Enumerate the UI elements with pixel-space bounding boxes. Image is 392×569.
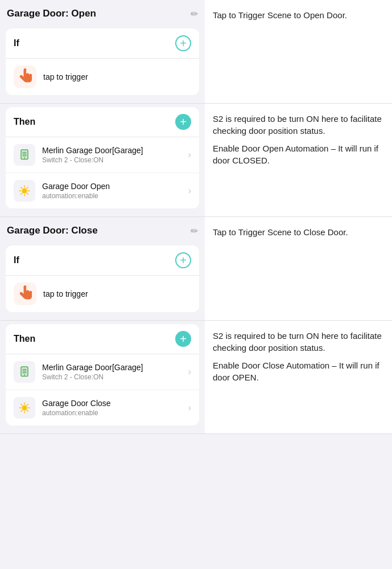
scene2-automation-icon-1 [14,397,35,419]
scene1-title-bar: Garage Door: Open ✏ [0,0,205,25]
scene1-then-desc-p1: S2 is required to be turn ON here to fac… [213,113,384,137]
scene2-if-block: If + tap to trigger [6,245,199,312]
scene2-then-item1-chevron: › [188,367,191,377]
scene2-trigger-text: tap to trigger [43,289,191,298]
scene1-then-desc-p2: Enable Door Open Automation – It will ru… [213,142,384,166]
svg-rect-2 [22,152,27,153]
scene1-then-item2-text: Garage Door Open automation:enable [42,182,188,200]
svg-rect-19 [22,372,27,374]
scene1-then-item1-subtitle: Switch 2 - Close:ON [42,156,188,164]
scene2-title-bar: Garage Door: Close ✏ [0,217,205,242]
scene2-then-item1-title: Merlin Garage Door[Garage] [42,363,188,372]
svg-line-29 [27,404,28,406]
automation-icon-2 [18,401,31,415]
svg-rect-17 [22,369,27,370]
scene1-trigger-item[interactable]: tap to trigger [6,59,199,95]
scene2-if-label: If [14,255,19,265]
scene1-if-description: Tap to Trigger Scene to Open Door. [213,10,347,20]
scene1-then-item1-chevron: › [188,150,191,160]
scene2-trigger-item[interactable]: tap to trigger [6,276,199,312]
scene1-title: Garage Door: Open [7,8,96,19]
svg-rect-4 [22,155,27,157]
scene2-if-header: If + [6,245,199,275]
scene1-trigger-text: tap to trigger [43,72,191,81]
svg-line-26 [21,404,22,406]
scene2-then-label: Then [14,334,35,344]
scene2-then-item-2[interactable]: Garage Door Close automation:enable › [6,390,199,425]
scene1-then-item-2[interactable]: Garage Door Open automation:enable › [6,173,199,208]
scene2-then-item2-chevron: › [188,403,191,413]
svg-line-11 [21,187,22,189]
scene2-then-desc-p1: S2 is required to be turn ON here to fac… [213,330,384,354]
garage-door-icon-2 [18,365,31,379]
scene2-title: Garage Door: Close [7,225,98,236]
scene1-garage-icon-1 [14,144,35,166]
scene2-if-add-button[interactable]: + [175,252,191,268]
scene1-then-item-1[interactable]: Merlin Garage Door[Garage] Switch 2 - Cl… [6,137,199,173]
svg-point-21 [22,406,27,411]
garage-door-icon-1 [18,148,31,162]
scene1-then-label: Then [14,117,35,127]
scene2-left-panel: Garage Door: Close ✏ If + tap to trigger [0,217,205,320]
scene1-then-block: Then + [6,107,199,208]
svg-rect-18 [22,371,27,372]
scene2-then-desc-p2: Enable Door Close Automation – It will r… [213,359,384,383]
svg-point-6 [22,189,27,194]
scene2-if-row: Garage Door: Close ✏ If + tap to trigger [0,217,392,321]
scene1-then-header: Then + [6,107,199,137]
scene2-then-item1-text: Merlin Garage Door[Garage] Switch 2 - Cl… [42,363,188,381]
scene2-then-item2-title: Garage Door Close [42,399,188,408]
scene1-automation-icon-1 [14,180,35,202]
svg-line-14 [27,187,28,189]
svg-line-27 [27,410,28,411]
scene2-trigger-title: tap to trigger [43,289,191,298]
tap-trigger-icon-2 [14,283,36,305]
scene2-then-item1-subtitle: Switch 2 - Close:ON [42,373,188,381]
scene2-then-block: Then + [6,324,199,425]
scene2-then-item2-subtitle: automation:enable [42,409,188,417]
scene2-trigger-icon-wrap [14,283,36,305]
svg-point-5 [24,157,25,158]
scene2-then-item-1[interactable]: Merlin Garage Door[Garage] Switch 2 - Cl… [6,354,199,390]
scene2-if-description: Tap to Trigger Scene to Close Door. [213,227,348,237]
scene1-trigger-icon-wrap [14,66,36,88]
scene1-then-item1-text: Merlin Garage Door[Garage] Switch 2 - Cl… [42,146,188,164]
scene2-then-right: S2 is required to be turn ON here to fac… [205,321,392,433]
scene2-then-left: Then + [0,321,205,433]
scene2-then-add-button[interactable]: + [175,331,191,347]
svg-line-12 [27,193,28,194]
scene2-edit-icon[interactable]: ✏ [191,226,198,236]
scene1-then-add-button[interactable]: + [175,114,191,130]
scene1-then-item2-title: Garage Door Open [42,182,188,191]
svg-rect-3 [22,154,27,155]
scene2-then-row: Then + [0,321,392,434]
scene2-then-item2-text: Garage Door Close automation:enable [42,399,188,417]
svg-line-13 [21,193,22,194]
scene2-garage-icon-1 [14,361,35,383]
scene1-then-item2-chevron: › [188,186,191,196]
svg-line-28 [21,410,22,411]
scene1-if-label: If [14,38,19,48]
scene2-then-header: Then + [6,324,199,354]
scene1-then-right: S2 is required to be turn ON here to fac… [205,104,392,216]
scene1-then-item1-title: Merlin Garage Door[Garage] [42,146,188,155]
scene1-left-panel: Garage Door: Open ✏ If + tap to [0,0,205,103]
tap-trigger-icon [14,66,36,88]
scene1-if-block: If + tap to trigger [6,28,199,95]
scene1-then-item2-subtitle: automation:enable [42,192,188,200]
scene1-then-row: Then + [0,104,392,217]
scene2-if-right: Tap to Trigger Scene to Close Door. [205,217,392,320]
scene1-if-add-button[interactable]: + [175,35,191,51]
automation-icon-1 [18,184,31,198]
scene1-trigger-title: tap to trigger [43,72,191,81]
scene1-then-left: Then + [0,104,205,216]
scene1-if-header: If + [6,28,199,58]
scene1-if-right: Tap to Trigger Scene to Open Door. [205,0,392,103]
svg-point-20 [24,374,25,375]
scene1-edit-icon[interactable]: ✏ [191,9,198,19]
scene1-if-row: Garage Door: Open ✏ If + tap to [0,0,392,104]
